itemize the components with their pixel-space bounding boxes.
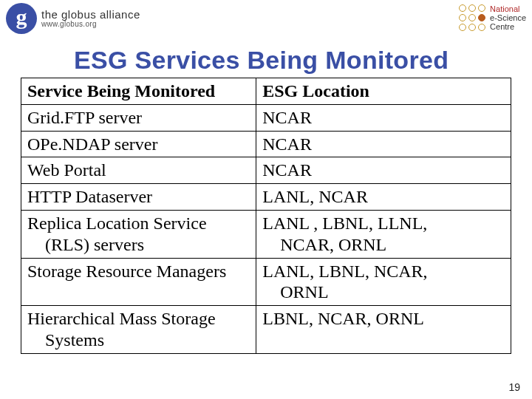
globus-g-icon [6,3,37,34]
nesc-line3: Centre [490,22,514,31]
cell-service: Replica Location Service(RLS) servers [21,210,256,258]
globus-text: the globus alliance www.globus.org [41,9,140,28]
globus-logo: the globus alliance www.globus.org [6,3,140,34]
table-row: OPe.NDAP server NCAR [21,131,511,157]
nesc-dots-icon [459,4,485,31]
cell-service: OPe.NDAP server [21,131,256,157]
nesc-text: National e-Science Centre [490,4,526,31]
cell-location: LBNL, NCAR, ORNL [256,306,511,354]
cell-service: Storage Resource Managers [21,258,256,306]
table-row: Web Portal NCAR [21,157,511,184]
table-row: Storage Resource Managers LANL, LBNL, NC… [21,258,511,306]
th-location: ESG Location [256,78,511,105]
cell-location: LANL, LBNL, NCAR,ORNL [256,258,511,306]
table-row: Grid.FTP server NCAR [21,104,511,131]
slide: the globus alliance www.globus.org Natio… [0,0,532,399]
services-table: Service Being Monitored ESG Location Gri… [21,78,511,354]
cell-service: HTTP Dataserver [21,184,256,211]
slide-number: 19 [508,381,520,393]
globus-url: www.globus.org [41,21,140,29]
cell-location: NCAR [256,131,511,157]
th-service: Service Being Monitored [21,78,256,105]
nesc-logo: National e-Science Centre [459,3,526,31]
table-wrap: Service Being Monitored ESG Location Gri… [0,78,532,354]
nesc-line2: e-Science [490,13,526,22]
cell-location: NCAR [256,104,511,131]
nesc-line1: National [490,4,519,13]
globus-title: the globus alliance [41,9,140,21]
table-header-row: Service Being Monitored ESG Location [21,78,511,105]
table-row: HTTP Dataserver LANL, NCAR [21,184,511,211]
cell-service: Grid.FTP server [21,104,256,131]
cell-service: Web Portal [21,157,256,184]
table-row: Replica Location Service(RLS) servers LA… [21,210,511,258]
page-title: ESG Services Being Monitored [0,46,532,75]
cell-location: LANL , LBNL, LLNL,NCAR, ORNL [256,210,511,258]
cell-location: LANL, NCAR [256,184,511,211]
header: the globus alliance www.globus.org Natio… [0,0,532,47]
table-row: Hierarchical Mass StorageSystems LBNL, N… [21,306,511,354]
cell-location: NCAR [256,157,511,184]
cell-service: Hierarchical Mass StorageSystems [21,306,256,354]
